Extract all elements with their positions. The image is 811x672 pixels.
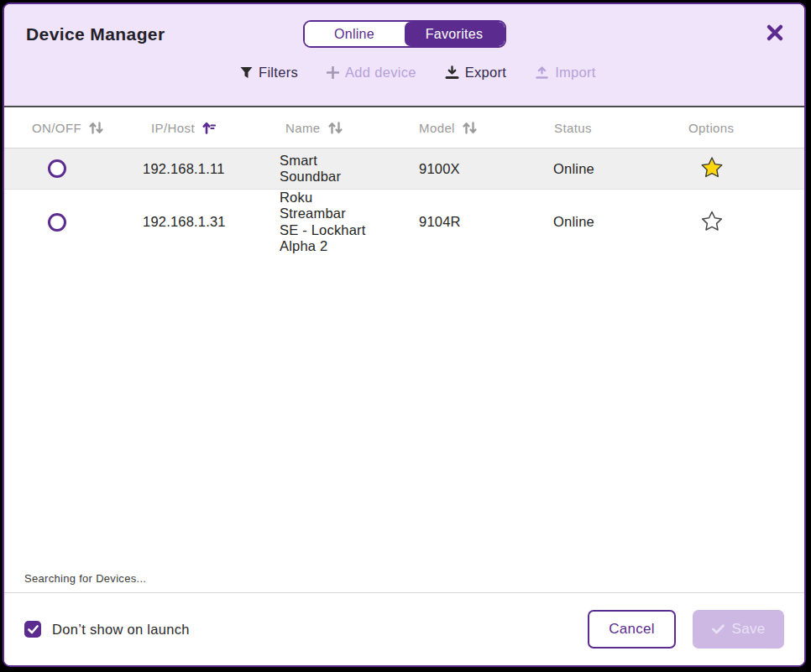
add-device-label: Add device — [345, 65, 416, 81]
column-label: Status — [554, 121, 592, 135]
column-label: IP/Host — [151, 121, 195, 135]
dont-show-label: Don’t show on launch — [52, 622, 190, 638]
filter-icon — [240, 66, 253, 79]
dont-show-checkbox[interactable] — [24, 621, 41, 638]
dialog-header: Device Manager Online Favorites Filters — [4, 4, 804, 107]
column-label: ON/OFF — [32, 121, 81, 135]
column-label: Model — [419, 121, 455, 135]
download-icon — [445, 65, 459, 80]
header-top-row: Device Manager Online Favorites — [4, 4, 804, 53]
onoff-cell — [4, 213, 113, 232]
model-cell: 9104R — [395, 214, 529, 230]
upload-icon — [535, 65, 549, 80]
column-header-options: Options — [665, 121, 804, 135]
table-empty-space — [4, 255, 804, 572]
cancel-button[interactable]: Cancel — [588, 610, 676, 649]
name-cell: Smart Soundbar — [256, 153, 395, 185]
sort-ascending-icon — [201, 121, 216, 135]
sort-both-icon — [462, 121, 478, 135]
column-header-iphost[interactable]: IP/Host — [113, 121, 256, 135]
export-button[interactable]: Export — [445, 65, 507, 81]
status-cell: Online — [529, 161, 665, 177]
import-button[interactable]: Import — [535, 65, 596, 81]
close-icon — [766, 23, 784, 42]
onoff-cell — [4, 159, 113, 178]
options-cell — [665, 156, 804, 181]
filters-button[interactable]: Filters — [240, 65, 298, 81]
view-toggle: Online Favorites — [303, 20, 506, 48]
page-title: Device Manager — [26, 24, 165, 44]
save-label: Save — [732, 621, 766, 638]
device-manager-dialog: Device Manager Online Favorites Filters — [3, 3, 806, 667]
save-button[interactable]: Save — [693, 610, 784, 649]
searching-status-text: Searching for Devices... — [4, 572, 804, 592]
export-label: Export — [465, 65, 507, 81]
checkmark-icon — [28, 625, 39, 634]
filters-label: Filters — [259, 65, 298, 81]
column-header-onoff[interactable]: ON/OFF — [4, 121, 113, 135]
status-cell: Online — [529, 214, 665, 230]
power-radio[interactable] — [48, 213, 66, 232]
column-header-status: Status — [529, 121, 665, 135]
footer-buttons: Cancel Save — [588, 610, 784, 649]
sort-both-icon — [327, 121, 343, 135]
power-radio[interactable] — [48, 159, 66, 178]
tab-online[interactable]: Online — [305, 22, 405, 46]
table-header-row: ON/OFF IP/Host Name Model — [4, 107, 804, 148]
favorite-star-outline-icon[interactable] — [700, 210, 724, 235]
table-row: 192.168.1.31 Roku Streambar SE - Lockhar… — [4, 190, 804, 255]
sort-both-icon — [88, 121, 104, 135]
options-cell — [665, 210, 804, 235]
header-actions: Filters Add device Export Import — [240, 60, 596, 85]
column-header-name[interactable]: Name — [256, 121, 395, 135]
check-icon — [712, 624, 725, 634]
model-cell: 9100X — [395, 161, 529, 177]
dialog-footer: Don’t show on launch Cancel Save — [4, 592, 804, 665]
favorite-star-filled-icon[interactable] — [700, 156, 724, 181]
ip-cell: 192.168.1.11 — [113, 161, 256, 177]
table-row: 192.168.1.11 Smart Soundbar 9100X Online — [4, 148, 804, 190]
column-label: Options — [688, 121, 735, 135]
close-button[interactable] — [764, 22, 786, 44]
column-header-model[interactable]: Model — [395, 121, 529, 135]
column-label: Name — [285, 121, 321, 135]
tab-favorites[interactable]: Favorites — [405, 22, 505, 46]
import-label: Import — [555, 65, 596, 81]
device-table: ON/OFF IP/Host Name Model — [4, 107, 804, 592]
ip-cell: 192.168.1.31 — [113, 214, 256, 230]
plus-icon — [327, 66, 339, 79]
name-cell: Roku Streambar SE - Lockhart Alpha 2 — [256, 190, 395, 255]
add-device-button[interactable]: Add device — [327, 65, 416, 81]
dont-show-option: Don’t show on launch — [24, 621, 190, 638]
